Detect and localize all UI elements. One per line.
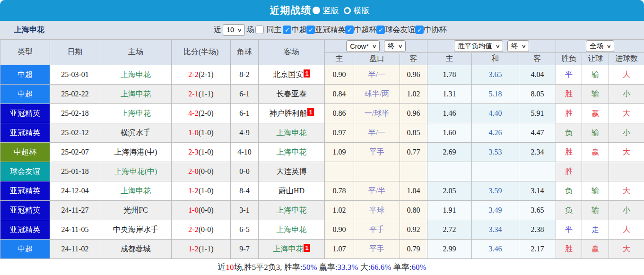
eu-home-odds: 1.46	[427, 104, 472, 123]
eu-home-odds: 2.05	[427, 181, 472, 201]
table-row: 亚冠精英 24-11-27 光州FC 1-0(0-0) 3-1 上海申花 1.0…	[0, 201, 644, 220]
result-handicap: 输	[582, 181, 609, 201]
result-goals	[609, 162, 644, 181]
scope-select[interactable]: 全场 ∨	[586, 40, 614, 52]
corner-score: 6-1	[231, 85, 259, 104]
recent-results-panel: 近期战绩 竖版 横版 上海申花 近 10 ∨ 场 同主 ✓中超✓亚冠精英✓中超杯…	[0, 0, 644, 275]
eu-away-odds: 3.14	[519, 181, 556, 201]
ah-home-odds	[325, 162, 354, 181]
eu-home-odds: 2.72	[427, 220, 472, 240]
odds-section-header: 胜平负均值 ∨ 终 ∨	[427, 40, 556, 53]
league-checkbox[interactable]: ✓	[345, 26, 354, 34]
away-team: 神户胜利船1	[259, 104, 325, 123]
league-label: 中协杯	[424, 25, 446, 35]
table-row: 球会友谊 25-01-18 上海申花(中) 2-0(0-0) 0-0 大连英博 …	[0, 162, 644, 181]
ah-away-odds: 0.96	[400, 104, 427, 123]
ah-away-odds: 0.79	[400, 240, 427, 259]
col-header-handicap-result: 让球	[582, 53, 609, 65]
red-card-badge: 1	[304, 69, 310, 77]
match-score: 1-0(1-0)	[172, 123, 231, 143]
match-count-select[interactable]: 10 ∨	[223, 24, 245, 36]
ah-away-odds: 0.77	[400, 143, 427, 162]
ah-away-odds: 0.85	[400, 123, 427, 143]
league-filter-2[interactable]: ✓中超杯	[345, 25, 376, 35]
home-team: 中央海岸水手	[100, 220, 172, 240]
page-title: 近期战绩	[270, 4, 312, 17]
chevron-down-icon: ∨	[521, 43, 526, 49]
vertical-view-radio[interactable]	[313, 7, 320, 14]
match-type-badge: 亚冠精英	[0, 181, 50, 201]
home-team: 上海申花	[100, 181, 172, 201]
horizontal-view-label[interactable]: 横版	[354, 5, 370, 16]
corner-score: 0-0	[231, 162, 259, 181]
match-type-badge: 亚冠精英	[0, 201, 50, 220]
result-wdl: 负	[556, 181, 582, 201]
away-team: 北京国安1	[259, 65, 325, 85]
ah-home-odds: 1.07	[325, 240, 354, 259]
match-type-badge: 亚冠精英	[0, 123, 50, 143]
summary-segment: 66.6%	[370, 263, 391, 272]
same-home-filter[interactable]: 同主	[255, 25, 281, 35]
odds-time-select[interactable]: 终 ∨	[507, 40, 529, 52]
odds-type-select[interactable]: 胜平负均值 ∨	[454, 40, 503, 52]
eu-home-odds: 1.78	[427, 65, 472, 85]
away-team: 长春亚泰	[259, 85, 325, 104]
result-wdl: 胜	[556, 104, 582, 123]
corner-score: 4-9	[231, 123, 259, 143]
chevron-down-icon: ∨	[372, 43, 377, 49]
table-row: 亚冠精英 25-02-12 横滨水手 1-0(1-0) 4-9 上海申花 0.9…	[0, 123, 644, 143]
ah-handicap-line: 平手	[354, 240, 400, 259]
league-checkbox[interactable]: ✓	[306, 26, 315, 34]
results-table: 类型 日期 主场 比分(半场) 角球 客场 Crow* ∨ 终 ∨	[0, 39, 644, 259]
same-home-checkbox[interactable]	[255, 26, 264, 34]
match-date: 24-11-27	[50, 201, 100, 220]
match-date: 25-02-18	[50, 104, 100, 123]
corner-score: 9-7	[231, 240, 259, 259]
result-wdl: 负	[556, 201, 582, 220]
result-handicap	[582, 162, 609, 181]
result-handicap: 走	[582, 220, 609, 240]
result-goals: 小	[609, 123, 644, 143]
summary-segment: 33.3%	[338, 263, 358, 272]
home-team: 上海申花	[100, 65, 172, 85]
view-mode-radio-group: 竖版 横版	[313, 5, 374, 16]
summary-segment: 10	[226, 263, 234, 272]
league-filter-0[interactable]: ✓中超	[283, 25, 306, 35]
league-filter-3[interactable]: ✓球会友谊	[376, 25, 415, 35]
eu-draw-odds: 3.53	[472, 143, 519, 162]
ah-home-odds: 0.84	[325, 85, 354, 104]
eu-draw-odds: 5.18	[472, 85, 519, 104]
bookmaker-select[interactable]: Crow* ∨	[346, 40, 380, 52]
ah-away-odds: 0.80	[400, 201, 427, 220]
corner-score: 3-1	[231, 201, 259, 220]
league-checkbox[interactable]: ✓	[376, 26, 385, 34]
result-wdl: 胜	[556, 240, 582, 259]
eu-home-odds: 2.69	[427, 143, 472, 162]
ah-away-odds: 1.04	[400, 181, 427, 201]
league-filter-4[interactable]: ✓中协杯	[415, 25, 446, 35]
league-filters: ✓中超✓亚冠精英✓中超杯✓球会友谊✓中协杯	[283, 25, 446, 35]
table-row: 中超 25-02-22 上海申花 2-1(1-1) 6-1 长春亚泰 0.84 …	[0, 85, 644, 104]
summary-segment: 60%	[411, 263, 426, 272]
handicap-time-select[interactable]: 终 ∨	[384, 40, 406, 52]
summary-segment: 近	[218, 262, 226, 273]
league-filter-1[interactable]: ✓亚冠精英	[306, 25, 345, 35]
result-goals: 大	[609, 143, 644, 162]
table-row: 亚冠精英 24-12-04 上海申花 1-2(1-0) 8-4 蔚山HD 0.7…	[0, 181, 644, 201]
vertical-view-label[interactable]: 竖版	[323, 5, 339, 16]
match-date: 25-02-22	[50, 85, 100, 104]
league-checkbox[interactable]: ✓	[283, 26, 291, 34]
home-team: 光州FC	[100, 201, 172, 220]
league-label: 亚冠精英	[315, 25, 345, 35]
corner-score: 6-1	[231, 104, 259, 123]
col-header-away: 客场	[259, 40, 325, 65]
result-handicap: 赢	[582, 143, 609, 162]
home-team: 成都蓉城	[100, 240, 172, 259]
horizontal-view-radio[interactable]	[344, 7, 351, 14]
league-checkbox[interactable]: ✓	[415, 26, 424, 34]
match-score: 2-2(0-0)	[172, 220, 231, 240]
filter-controls: 近 10 ∨ 场 同主 ✓中超✓亚冠精英✓中超杯✓球会友谊✓中协杯	[214, 21, 446, 39]
ah-handicap-line: 一/球半	[354, 104, 400, 123]
result-wdl: 胜	[556, 85, 582, 104]
corner-score: 4-10	[231, 143, 259, 162]
